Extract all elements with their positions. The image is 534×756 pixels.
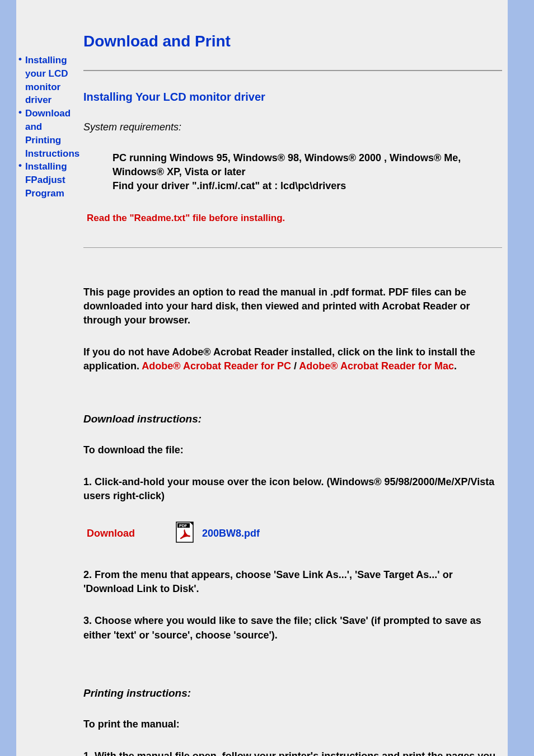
divider xyxy=(83,247,502,248)
bullet-icon: • xyxy=(18,107,22,118)
acrobat-pc-link[interactable]: Adobe® Acrobat Reader for PC xyxy=(142,360,291,372)
divider xyxy=(83,70,502,71)
printing-step-1: 1. With the manual file open, follow you… xyxy=(83,749,502,756)
warning-readme: Read the "Readme.txt" file before instal… xyxy=(87,213,502,224)
pdf-icon: PDF xyxy=(175,521,196,546)
sidebar-link-fpadjust[interactable]: Installing FPadjust Program xyxy=(25,160,75,200)
sysreq-label: System requirements: xyxy=(83,121,502,133)
requirements-list: PC running Windows 95, Windows® 98, Wind… xyxy=(113,151,502,194)
sidebar-item-download-print: • Download and Printing Instructions xyxy=(18,107,75,160)
download-heading: Download instructions: xyxy=(83,413,502,425)
download-step-2: 2. From the menu that appears, choose 'S… xyxy=(83,568,502,596)
acrobat-mac-link[interactable]: Adobe® Acrobat Reader for Mac xyxy=(299,360,454,372)
page-title: Download and Print xyxy=(83,32,502,50)
section-heading-driver: Installing Your LCD monitor driver xyxy=(83,91,502,104)
svg-text:PDF: PDF xyxy=(179,524,188,528)
download-intro: To download the file: xyxy=(83,443,502,457)
bullet-icon: • xyxy=(18,54,22,65)
pdf-file-link[interactable]: 200BW8.pdf xyxy=(202,528,260,539)
download-step-3: 3. Choose where you would like to save t… xyxy=(83,614,502,642)
sidebar-item-install-driver: • Installing your LCD monitor driver xyxy=(18,54,75,107)
sidebar-item-fpadjust: • Installing FPadjust Program xyxy=(18,160,75,200)
bullet-icon: • xyxy=(18,160,22,171)
download-label: Download xyxy=(87,528,135,539)
printing-intro: To print the manual: xyxy=(83,717,502,731)
acrobat-install-para: If you do not have Adobe® Acrobat Reader… xyxy=(83,345,502,373)
requirement-1: PC running Windows 95, Windows® 98, Wind… xyxy=(113,151,502,179)
download-step-1: 1. Click-and-hold your mouse over the ic… xyxy=(83,475,502,503)
page-container: • Installing your LCD monitor driver • D… xyxy=(16,0,512,756)
printing-heading: Printing instructions: xyxy=(83,687,502,699)
period: . xyxy=(454,360,457,372)
separator: / xyxy=(291,360,299,372)
download-row: Download PDF 200BW8.pdf xyxy=(83,521,502,546)
main-content: Download and Print Installing Your LCD m… xyxy=(75,0,508,756)
sidebar-link-download-print[interactable]: Download and Printing Instructions xyxy=(25,107,79,160)
pdf-intro-para: This page provides an option to read the… xyxy=(83,285,502,328)
sidebar-nav: • Installing your LCD monitor driver • D… xyxy=(16,0,75,756)
requirement-2: Find your driver ".inf/.icm/.cat" at : l… xyxy=(113,179,502,193)
sidebar-link-install-driver[interactable]: Installing your LCD monitor driver xyxy=(25,54,75,107)
